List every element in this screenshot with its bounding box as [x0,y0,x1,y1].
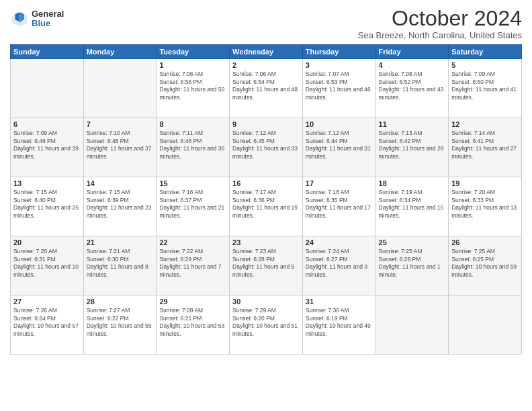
sunset-text: Sunset: 6:27 PM [306,256,373,263]
sunset-text: Sunset: 6:29 PM [159,256,226,263]
day-info: Sunrise: 7:18 AM Sunset: 6:35 PM Dayligh… [306,189,373,220]
daylight-text: Daylight: 10 hours and 57 minutes. [13,322,81,338]
calendar-day: 9 Sunrise: 7:12 AM Sunset: 6:45 PM Dayli… [230,118,303,177]
day-number: 17 [306,179,373,187]
day-info: Sunrise: 7:23 AM Sunset: 6:28 PM Dayligh… [232,248,300,279]
day-number: 12 [451,120,519,128]
logo-blue-text: Blue [32,19,64,28]
sunset-text: Sunset: 6:33 PM [451,197,519,204]
sunrise-text: Sunrise: 7:22 AM [159,248,226,255]
sunrise-text: Sunrise: 7:10 AM [87,130,154,137]
day-info: Sunrise: 7:14 AM Sunset: 6:41 PM Dayligh… [451,130,519,161]
col-wednesday: Wednesday [230,45,303,59]
day-info: Sunrise: 7:08 AM Sunset: 6:52 PM Dayligh… [379,71,446,101]
col-friday: Friday [375,45,449,59]
day-number: 4 [379,61,446,69]
logo-general-text: General [32,9,64,19]
day-info: Sunrise: 7:10 AM Sunset: 6:48 PM Dayligh… [87,130,154,161]
sunset-text: Sunset: 6:31 PM [13,256,81,263]
sunset-text: Sunset: 6:53 PM [306,79,373,86]
day-number: 28 [87,298,154,306]
sunrise-text: Sunrise: 7:09 AM [451,71,519,78]
day-info: Sunrise: 7:29 AM Sunset: 6:20 PM Dayligh… [232,307,300,338]
sunset-text: Sunset: 6:42 PM [379,138,446,145]
sunset-text: Sunset: 6:36 PM [232,197,300,204]
day-number: 1 [159,61,226,69]
sunrise-text: Sunrise: 7:29 AM [232,307,300,314]
daylight-text: Daylight: 11 hours and 43 minutes. [379,86,446,101]
sunrise-text: Sunrise: 7:13 AM [379,130,446,137]
day-number: 8 [159,120,226,128]
daylight-text: Daylight: 11 hours and 31 minutes. [306,145,373,161]
day-info: Sunrise: 7:15 AM Sunset: 6:40 PM Dayligh… [13,189,81,220]
col-monday: Monday [83,45,157,59]
sunrise-text: Sunrise: 7:06 AM [232,71,300,78]
day-number: 23 [232,238,300,246]
sunrise-text: Sunrise: 7:07 AM [306,71,373,78]
day-number: 15 [159,179,226,187]
col-thursday: Thursday [302,45,375,59]
calendar-day: 19 Sunrise: 7:20 AM Sunset: 6:33 PM Dayl… [449,177,522,236]
calendar-day: 8 Sunrise: 7:11 AM Sunset: 6:46 PM Dayli… [157,118,230,177]
sunrise-text: Sunrise: 7:15 AM [13,189,81,196]
day-info: Sunrise: 7:12 AM Sunset: 6:44 PM Dayligh… [306,130,373,161]
day-number: 3 [306,61,373,69]
sunset-text: Sunset: 6:35 PM [306,197,373,204]
calendar-day: 11 Sunrise: 7:13 AM Sunset: 6:42 PM Dayl… [375,118,449,177]
day-info: Sunrise: 7:27 AM Sunset: 6:22 PM Dayligh… [87,307,154,338]
day-info: Sunrise: 7:24 AM Sunset: 6:27 PM Dayligh… [306,248,373,279]
sunrise-text: Sunrise: 7:08 AM [379,71,446,78]
calendar-day: 18 Sunrise: 7:19 AM Sunset: 6:34 PM Dayl… [375,177,449,236]
day-info: Sunrise: 7:25 AM Sunset: 6:25 PM Dayligh… [451,248,519,279]
calendar-day: 10 Sunrise: 7:12 AM Sunset: 6:44 PM Dayl… [302,118,375,177]
daylight-text: Daylight: 11 hours and 17 minutes. [306,204,373,220]
calendar-week-4: 20 Sunrise: 7:20 AM Sunset: 6:31 PM Dayl… [11,236,522,295]
sunset-text: Sunset: 6:28 PM [232,256,300,263]
daylight-text: Daylight: 10 hours and 53 minutes. [159,322,226,338]
day-number: 6 [13,120,81,128]
calendar-day: 25 Sunrise: 7:25 AM Sunset: 6:26 PM Dayl… [375,236,449,295]
daylight-text: Daylight: 11 hours and 48 minutes. [232,86,300,101]
day-info: Sunrise: 7:21 AM Sunset: 6:30 PM Dayligh… [87,248,154,279]
day-number: 21 [87,238,154,246]
calendar-day: 13 Sunrise: 7:15 AM Sunset: 6:40 PM Dayl… [11,177,84,236]
day-number: 9 [232,120,300,128]
day-info: Sunrise: 7:15 AM Sunset: 6:39 PM Dayligh… [87,189,154,220]
day-number: 16 [232,179,300,187]
sunset-text: Sunset: 6:40 PM [13,197,81,204]
sunrise-text: Sunrise: 7:20 AM [451,189,519,196]
sunrise-text: Sunrise: 7:30 AM [306,307,373,314]
day-info: Sunrise: 7:12 AM Sunset: 6:45 PM Dayligh… [232,130,300,161]
page: General Blue October 2024 Sea Breeze, No… [0,0,532,411]
daylight-text: Daylight: 11 hours and 33 minutes. [232,145,300,161]
day-info: Sunrise: 7:19 AM Sunset: 6:34 PM Dayligh… [379,189,446,220]
sunrise-text: Sunrise: 7:24 AM [306,248,373,255]
daylight-text: Daylight: 11 hours and 27 minutes. [451,145,519,161]
calendar-day: 5 Sunrise: 7:09 AM Sunset: 6:50 PM Dayli… [449,59,522,118]
daylight-text: Daylight: 11 hours and 50 minutes. [159,86,226,101]
col-sunday: Sunday [11,45,84,59]
sunrise-text: Sunrise: 7:18 AM [306,189,373,196]
calendar-day: 30 Sunrise: 7:29 AM Sunset: 6:20 PM Dayl… [230,295,303,355]
sunset-text: Sunset: 6:25 PM [451,256,519,263]
logo-text: General Blue [32,9,64,29]
calendar-header-row: Sunday Monday Tuesday Wednesday Thursday… [11,45,522,59]
sunset-text: Sunset: 6:24 PM [13,315,81,322]
calendar-day: 3 Sunrise: 7:07 AM Sunset: 6:53 PM Dayli… [302,59,375,118]
sunrise-text: Sunrise: 7:16 AM [159,189,226,196]
sunrise-text: Sunrise: 7:11 AM [159,130,226,137]
day-info: Sunrise: 7:13 AM Sunset: 6:42 PM Dayligh… [379,130,446,161]
calendar-day: 15 Sunrise: 7:16 AM Sunset: 6:37 PM Dayl… [157,177,230,236]
daylight-text: Daylight: 11 hours and 21 minutes. [159,204,226,220]
sunrise-text: Sunrise: 7:14 AM [451,130,519,137]
day-number: 26 [451,238,519,246]
day-info: Sunrise: 7:20 AM Sunset: 6:31 PM Dayligh… [13,248,81,279]
sunset-text: Sunset: 6:20 PM [232,315,300,322]
sunrise-text: Sunrise: 7:26 AM [13,307,81,314]
daylight-text: Daylight: 11 hours and 8 minutes. [87,263,154,279]
daylight-text: Daylight: 11 hours and 13 minutes. [451,204,519,220]
day-number: 30 [232,298,300,306]
day-number: 2 [232,61,300,69]
col-saturday: Saturday [449,45,522,59]
calendar-day: 21 Sunrise: 7:21 AM Sunset: 6:30 PM Dayl… [83,236,157,295]
